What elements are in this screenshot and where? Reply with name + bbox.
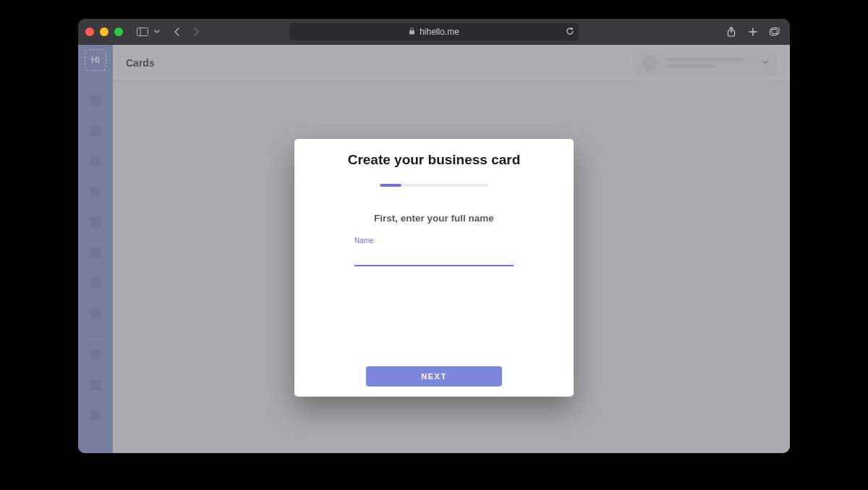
create-card-modal: Create your business card First, enter y… xyxy=(294,139,574,397)
name-input[interactable] xyxy=(354,246,514,266)
next-button[interactable]: NEXT xyxy=(366,366,502,386)
safari-window: hihello.me Hi xyxy=(78,19,790,453)
url-text: hihello.me xyxy=(420,27,459,37)
modal-subtitle: First, enter your full name xyxy=(374,213,494,224)
svg-rect-4 xyxy=(770,30,778,35)
reload-icon[interactable] xyxy=(566,27,574,37)
svg-rect-0 xyxy=(137,28,148,36)
new-tab-button[interactable] xyxy=(744,23,762,41)
progress-bar xyxy=(380,184,488,187)
toolbar-right xyxy=(722,23,784,41)
address-bar[interactable]: hihello.me xyxy=(289,23,579,41)
page-viewport: Hi Cards xyxy=(78,45,790,453)
back-button[interactable] xyxy=(168,23,187,41)
progress-fill xyxy=(380,184,401,187)
svg-rect-2 xyxy=(409,30,414,35)
modal-title: Create your business card xyxy=(348,152,521,168)
tab-overview-icon[interactable] xyxy=(765,23,784,41)
name-label: Name xyxy=(354,237,514,245)
svg-rect-5 xyxy=(772,28,779,34)
forward-button[interactable] xyxy=(187,23,205,41)
browser-titlebar: hihello.me xyxy=(78,19,790,45)
hihello-app: Hi Cards xyxy=(78,45,790,453)
sidebar-icon[interactable] xyxy=(133,23,152,41)
window-controls xyxy=(85,28,123,36)
lock-icon xyxy=(409,28,415,36)
zoom-window-button[interactable] xyxy=(114,28,123,36)
share-icon[interactable] xyxy=(722,23,741,41)
name-field: Name xyxy=(354,237,514,266)
chevron-down-icon[interactable] xyxy=(152,23,162,41)
minimize-window-button[interactable] xyxy=(100,28,109,36)
close-window-button[interactable] xyxy=(85,28,94,36)
